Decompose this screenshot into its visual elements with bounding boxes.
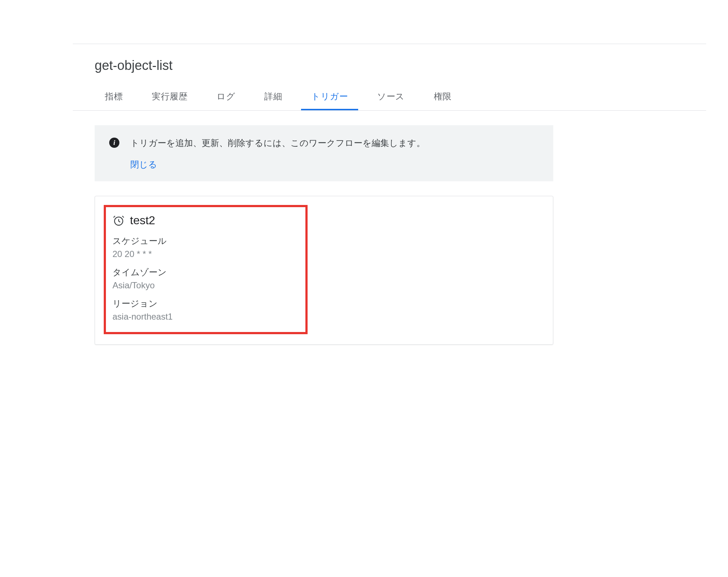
info-banner: i トリガーを追加、更新、削除するには、このワークフローを編集します。 閉じる: [95, 125, 553, 181]
alarm-clock-icon: [112, 214, 125, 227]
page-title: get-object-list: [73, 44, 706, 84]
region-label: リージョン: [112, 298, 299, 309]
timezone-label: タイムゾーン: [112, 266, 299, 278]
timezone-value: Asia/Tokyo: [112, 280, 299, 291]
schedule-value: 20 20 * * *: [112, 249, 299, 259]
tab-executions[interactable]: 実行履歴: [142, 84, 198, 110]
tab-metrics[interactable]: 指標: [95, 84, 133, 110]
tab-content: i トリガーを追加、更新、削除するには、このワークフローを編集します。 閉じる: [73, 111, 706, 359]
tab-source[interactable]: ソース: [367, 84, 415, 110]
info-body: トリガーを追加、更新、削除するには、このワークフローを編集します。 閉じる: [130, 136, 425, 170]
tabs-bar: 指標 実行履歴 ログ 詳細 トリガー ソース 権限: [73, 84, 706, 111]
trigger-name: test2: [130, 214, 155, 227]
tab-details[interactable]: 詳細: [254, 84, 292, 110]
info-text: トリガーを追加、更新、削除するには、このワークフローを編集します。: [130, 136, 425, 150]
trigger-card: test2 スケジュール 20 20 * * * タイムゾーン Asia/Tok…: [95, 196, 553, 345]
schedule-label: スケジュール: [112, 235, 299, 247]
highlight-annotation: test2 スケジュール 20 20 * * * タイムゾーン Asia/Tok…: [104, 205, 308, 334]
tab-triggers[interactable]: トリガー: [301, 84, 358, 110]
region-value: asia-northeast1: [112, 312, 299, 322]
trigger-header: test2: [112, 214, 299, 227]
banner-close-link[interactable]: 閉じる: [130, 159, 425, 170]
tab-logs[interactable]: ログ: [206, 84, 245, 110]
info-icon: i: [109, 138, 119, 148]
tab-permissions[interactable]: 権限: [424, 84, 462, 110]
main-container: get-object-list 指標 実行履歴 ログ 詳細 トリガー ソース 権…: [73, 44, 706, 359]
